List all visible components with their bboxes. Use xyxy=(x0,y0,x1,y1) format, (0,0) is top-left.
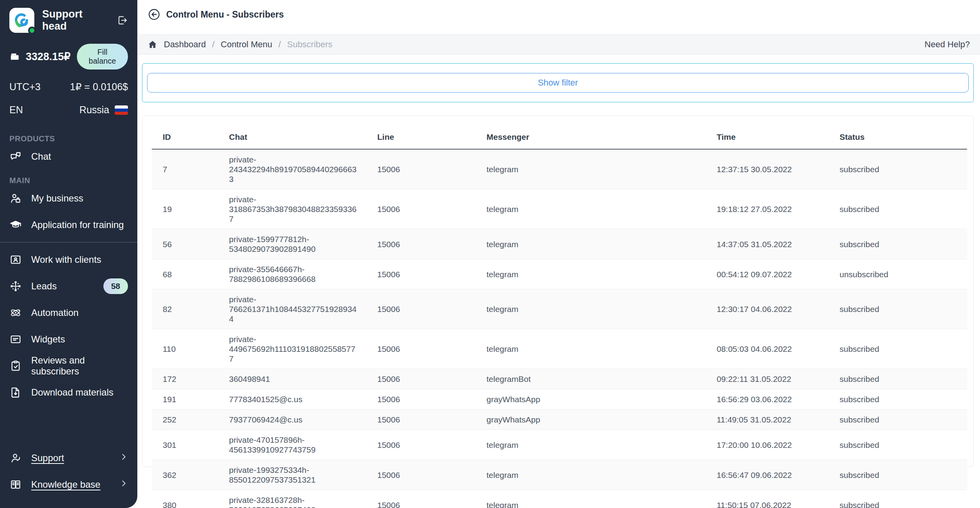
clipboard-check-icon xyxy=(9,360,22,372)
cell-line: 15006 xyxy=(366,430,476,460)
chevron-right-icon xyxy=(119,479,128,490)
wallet-icon xyxy=(9,51,20,62)
sidebar-item-download-materials[interactable]: Download materials xyxy=(0,379,137,406)
column-header-time: Time xyxy=(706,126,829,149)
cell-line: 15006 xyxy=(366,329,476,369)
cell-chat: private-470157896h-4561339910927743759 xyxy=(218,430,366,460)
column-header-line: Line xyxy=(366,126,476,149)
sidebar-item-knowledge-base[interactable]: Knowledge base xyxy=(0,471,137,498)
timezone-row: UTC+3 1₽ = 0.0106$ xyxy=(0,81,137,93)
workspace-header: Support head xyxy=(0,0,137,33)
cell-time: 16:56:29 03.06.2022 xyxy=(706,389,829,410)
brand-logo-icon xyxy=(13,11,31,29)
chat-icon xyxy=(9,150,22,163)
main-area: Control Menu - Subscribers Dashboard / C… xyxy=(137,0,980,508)
sidebar-item-leads[interactable]: Leads 58 xyxy=(0,273,137,299)
cell-messenger: telegram xyxy=(476,149,706,189)
table-row[interactable]: 252 79377069424@c.us 15006 grayWhatsApp … xyxy=(152,410,967,430)
table-row[interactable]: 301 private-470157896h-45613399109277437… xyxy=(152,430,967,460)
support-agent-icon xyxy=(9,452,22,464)
cell-messenger: telegram xyxy=(476,189,706,229)
cell-chat: private-355646667h-7882986108689396668 xyxy=(218,259,366,289)
table-row[interactable]: 7 private-243432294h8919705894402966633 … xyxy=(152,149,967,189)
cell-line: 15006 xyxy=(366,490,476,508)
breadcrumb-current: Subscribers xyxy=(287,39,332,50)
table-row[interactable]: 19 private-318867353h3879830488233593367… xyxy=(152,189,967,229)
sidebar-item-my-business[interactable]: My business xyxy=(0,185,137,212)
cell-status: subscribed xyxy=(829,430,967,460)
cell-chat: 360498941 xyxy=(218,369,366,389)
chevron-right-icon xyxy=(119,453,128,463)
sidebar-item-reviews-and-subscribers[interactable]: Reviews and subscribers xyxy=(0,353,137,379)
back-button[interactable] xyxy=(147,8,161,21)
cell-status: subscribed xyxy=(829,490,967,508)
graduation-cap-icon xyxy=(9,219,22,231)
page-title: Control Menu - Subscribers xyxy=(166,9,284,20)
subscribers-table-card: ID Chat Line Messenger Time Status 7 pri… xyxy=(142,116,974,467)
cell-id: 56 xyxy=(152,229,218,259)
sidebar-item-work-with-clients[interactable]: Work with clients xyxy=(0,246,137,273)
need-help-link[interactable]: Need Help? xyxy=(925,39,970,50)
sidebar-item-label: Widgets xyxy=(31,334,128,345)
cell-time: 11:50:15 07.06.2022 xyxy=(706,490,829,508)
fill-balance-button[interactable]: Fill balance xyxy=(77,44,128,70)
sidebar-item-label: Chat xyxy=(31,151,128,162)
breadcrumb-control-menu[interactable]: Control Menu xyxy=(221,39,272,50)
table-row[interactable]: 380 private-328163728h-52201076586650274… xyxy=(152,490,967,508)
cell-id: 191 xyxy=(152,389,218,410)
sidebar-item-chat[interactable]: Chat xyxy=(0,143,137,170)
country-label: Russia xyxy=(80,104,109,116)
cell-chat: 79377069424@c.us xyxy=(218,410,366,430)
sidebar-item-widgets[interactable]: Widgets xyxy=(0,326,137,353)
cell-id: 82 xyxy=(152,289,218,329)
table-row[interactable]: 191 77783401525@c.us 15006 grayWhatsApp … xyxy=(152,389,967,410)
sidebar-item-automation[interactable]: Automation xyxy=(0,299,137,326)
cell-time: 17:20:00 10.06.2022 xyxy=(706,430,829,460)
column-header-chat: Chat xyxy=(218,126,366,149)
cell-line: 15006 xyxy=(366,189,476,229)
breadcrumb-dashboard[interactable]: Dashboard xyxy=(164,39,206,50)
cell-time: 19:18:12 27.05.2022 xyxy=(706,189,829,229)
cell-chat: 77783401525@c.us xyxy=(218,389,366,410)
sidebar-item-label: Reviews and subscribers xyxy=(31,355,128,377)
sidebar-divider xyxy=(0,242,137,242)
table-row[interactable]: 110 private-449675692h111031918802558577… xyxy=(152,329,967,369)
show-filter-button[interactable]: Show filter xyxy=(147,73,969,93)
table-row[interactable]: 56 private-1599777812h-53480290739028914… xyxy=(152,229,967,259)
cell-messenger: telegram xyxy=(476,229,706,259)
cell-time: 08:05:03 04.06.2022 xyxy=(706,329,829,369)
russia-flag-icon xyxy=(115,105,128,115)
app-window: Support head 3328.15₽ Fill balance UTC+3… xyxy=(0,0,980,508)
cell-status: subscribed xyxy=(829,229,967,259)
sidebar-item-support[interactable]: Support xyxy=(0,445,137,471)
book-icon xyxy=(9,478,22,491)
cell-chat: private-766261371h1084453277519289344 xyxy=(218,289,366,329)
cell-messenger: grayWhatsApp xyxy=(476,389,706,410)
cell-messenger: telegramBot xyxy=(476,369,706,389)
cell-id: 362 xyxy=(152,460,218,490)
breadcrumb-bar: Dashboard / Control Menu / Subscribers N… xyxy=(137,34,980,55)
subscribers-table: ID Chat Line Messenger Time Status 7 pri… xyxy=(152,126,967,508)
sidebar-item-label: Knowledge base xyxy=(31,479,110,490)
table-row[interactable]: 82 private-766261371h1084453277519289344… xyxy=(152,289,967,329)
section-products: PRODUCTS xyxy=(0,134,137,143)
logout-icon[interactable] xyxy=(116,14,128,26)
content: Show filter ID Chat Line Messenger xyxy=(137,55,980,508)
sidebar-item-label: Application for training xyxy=(31,219,128,230)
sidebar-item-application-for-training[interactable]: Application for training xyxy=(0,212,137,238)
balance-amount: 3328.15₽ xyxy=(26,50,71,63)
table-row[interactable]: 68 private-355646667h-788298610868939666… xyxy=(152,259,967,289)
cell-line: 15006 xyxy=(366,410,476,430)
table-row[interactable]: 172 360498941 15006 telegramBot 09:22:11… xyxy=(152,369,967,389)
client-card-icon xyxy=(9,253,22,266)
table-row[interactable]: 362 private-1993275334h-8550122097537351… xyxy=(152,460,967,490)
widget-card-icon xyxy=(9,333,22,346)
cell-status: subscribed xyxy=(829,149,967,189)
timezone-label: UTC+3 xyxy=(9,81,41,93)
home-icon[interactable] xyxy=(147,39,158,50)
sidebar-item-label: Automation xyxy=(31,307,128,318)
balance-row: 3328.15₽ Fill balance xyxy=(0,44,137,70)
online-status-dot xyxy=(28,27,36,34)
sidebar: Support head 3328.15₽ Fill balance UTC+3… xyxy=(0,0,137,508)
column-header-status: Status xyxy=(829,126,967,149)
